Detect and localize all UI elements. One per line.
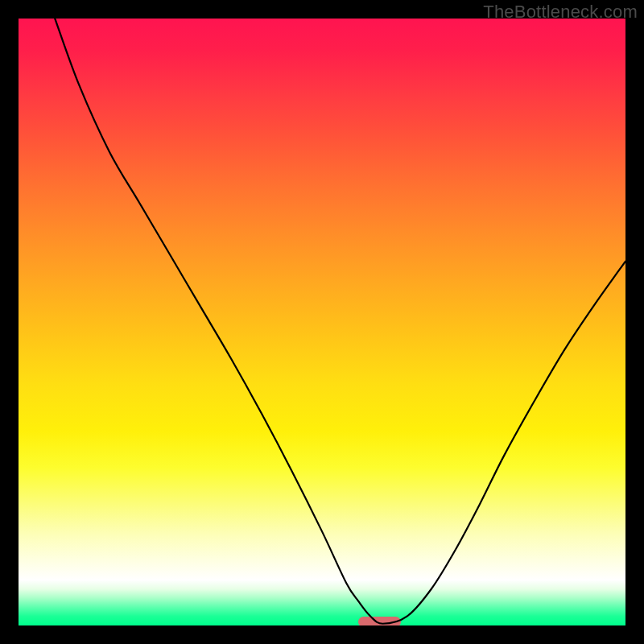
plot-area [19, 19, 625, 625]
bottleneck-curve [55, 19, 625, 624]
curve-svg [19, 19, 625, 625]
chart-frame: TheBottleneck.com [0, 0, 644, 644]
watermark-text: TheBottleneck.com [483, 2, 638, 23]
